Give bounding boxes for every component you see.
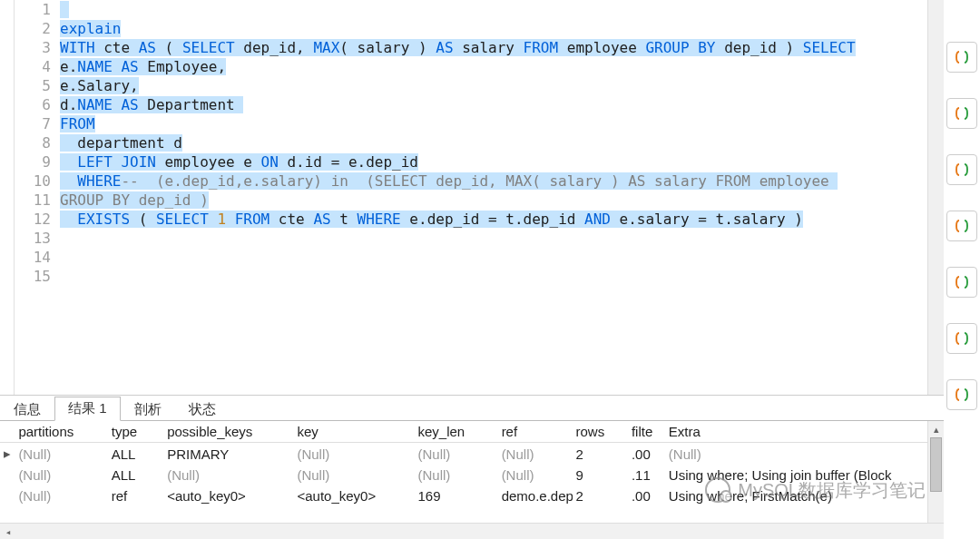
sql-editor[interactable]: 123456789101112131415 explainWITH cte AS… bbox=[0, 0, 944, 396]
brackets-icon[interactable] bbox=[946, 154, 977, 185]
brackets-icon[interactable] bbox=[946, 98, 977, 129]
editor-scrollbar[interactable] bbox=[927, 0, 944, 395]
table-row[interactable]: (Null)ref<auto_key0><auto_key0>169demo.e… bbox=[0, 485, 944, 506]
brackets-icon[interactable] bbox=[946, 267, 977, 298]
col-header[interactable]: possible_keys bbox=[163, 421, 293, 443]
editor-margin bbox=[0, 0, 15, 395]
col-header[interactable]: filte bbox=[628, 421, 665, 443]
results-panel: partitionstypepossible_keyskeykey_lenref… bbox=[0, 421, 944, 539]
table-row[interactable]: (Null)ALL(Null)(Null)(Null)(Null)9.11Usi… bbox=[0, 465, 944, 485]
table-row[interactable]: ▸(Null)ALLPRIMARY(Null)(Null)(Null)2.00(… bbox=[0, 443, 944, 466]
results-table[interactable]: partitionstypepossible_keyskeykey_lenref… bbox=[0, 421, 944, 506]
tab-3[interactable]: 状态 bbox=[175, 397, 230, 421]
result-tabs: 信息结果 1剖析状态 bbox=[0, 396, 944, 421]
brackets-icon[interactable] bbox=[946, 379, 977, 410]
brackets-icon[interactable] bbox=[946, 323, 977, 354]
scroll-up-icon[interactable]: ▴ bbox=[928, 421, 944, 437]
col-header[interactable]: type bbox=[108, 421, 163, 443]
horizontal-scrollbar[interactable]: ◂ ▸ bbox=[0, 523, 980, 539]
col-header[interactable]: Extra bbox=[665, 421, 944, 443]
line-number-gutter: 123456789101112131415 bbox=[15, 0, 60, 395]
code-area[interactable]: explainWITH cte AS ( SELECT dep_id, MAX(… bbox=[60, 0, 927, 395]
scroll-left-icon[interactable]: ◂ bbox=[0, 524, 16, 539]
col-header[interactable]: key bbox=[293, 421, 414, 443]
results-vertical-scrollbar[interactable]: ▴ ▾ bbox=[927, 421, 944, 539]
col-header[interactable]: rows bbox=[573, 421, 628, 443]
col-header[interactable]: key_len bbox=[415, 421, 498, 443]
tab-0[interactable]: 信息 bbox=[0, 397, 54, 421]
right-sidebar bbox=[944, 0, 980, 539]
col-header[interactable]: partitions bbox=[15, 421, 107, 443]
tab-2[interactable]: 剖析 bbox=[121, 397, 175, 421]
col-header[interactable]: ref bbox=[498, 421, 573, 443]
scroll-thumb[interactable] bbox=[930, 437, 942, 492]
tab-1[interactable]: 结果 1 bbox=[54, 397, 121, 421]
brackets-icon[interactable] bbox=[946, 42, 977, 73]
brackets-icon[interactable] bbox=[946, 211, 977, 241]
